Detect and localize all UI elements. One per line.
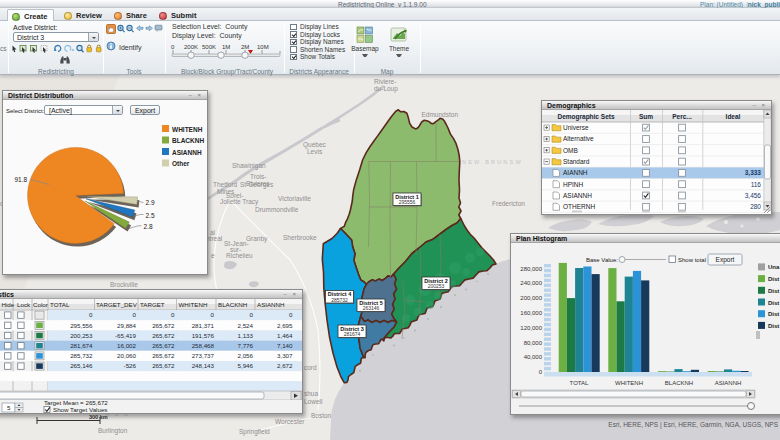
svg-text:Universe: Universe (563, 124, 589, 131)
svg-text:Show total: Show total (678, 257, 706, 263)
svg-text:ASIANNH: ASIANNH (257, 301, 285, 308)
svg-text:285732: 285732 (331, 297, 348, 303)
svg-text:2,695: 2,695 (277, 322, 293, 329)
svg-text:280,000: 280,000 (520, 266, 542, 272)
svg-text:285,732: 285,732 (70, 352, 93, 359)
svg-text:TOTAL: TOTAL (570, 380, 589, 386)
svg-text:273,737: 273,737 (192, 352, 215, 359)
svg-text:Burlington: Burlington (98, 427, 128, 435)
svg-text:263146: 263146 (363, 305, 380, 311)
svg-text:AIANNH: AIANNH (563, 169, 588, 176)
svg-text:160,000: 160,000 (520, 310, 542, 316)
svg-text:265,146: 265,146 (70, 362, 93, 369)
svg-text:cord: cord (304, 364, 317, 371)
svg-text:Sum: Sum (639, 113, 653, 120)
svg-text:-65,419: -65,419 (115, 332, 137, 339)
svg-text:0: 0 (89, 311, 93, 318)
svg-text:0: 0 (171, 44, 175, 50)
svg-text:0: 0 (171, 311, 175, 318)
svg-text:Standard: Standard (563, 158, 590, 165)
svg-text:Riviere-: Riviere- (374, 78, 396, 85)
svg-text:Hide: Hide (2, 301, 15, 308)
svg-text:Boston: Boston (311, 412, 332, 419)
svg-text:shua: shua (304, 390, 318, 397)
svg-text:0: 0 (289, 311, 293, 318)
svg-text:16,002: 16,002 (117, 342, 136, 349)
svg-text:Victoriaville: Victoriaville (278, 195, 311, 202)
svg-text:2.8: 2.8 (144, 223, 153, 230)
svg-text:1M: 1M (222, 44, 230, 50)
svg-text:80,000: 80,000 (524, 340, 543, 346)
svg-text:Alternative: Alternative (563, 135, 594, 142)
svg-text:WHITENH: WHITENH (179, 301, 208, 308)
svg-text:WHITENH: WHITENH (172, 126, 203, 133)
svg-text:BLACKNH: BLACKNH (665, 380, 693, 386)
svg-text:Perc...: Perc... (672, 113, 692, 120)
svg-text:Una: Una (768, 264, 780, 270)
svg-text:248,143: 248,143 (192, 362, 215, 369)
svg-text:ASIANNH: ASIANNH (715, 380, 742, 386)
svg-text:Dist: Dist (768, 311, 779, 317)
svg-text:ASIANNH: ASIANNH (172, 149, 202, 156)
svg-text:7,776: 7,776 (238, 342, 254, 349)
svg-text:265,672: 265,672 (152, 322, 175, 329)
svg-text:St-Georges: St-Georges (240, 181, 274, 189)
svg-text:200,253: 200,253 (70, 332, 93, 339)
svg-text:Sherbrooke: Sherbrooke (283, 234, 317, 241)
svg-text:91.8: 91.8 (15, 176, 28, 183)
svg-text:200K: 200K (184, 44, 198, 50)
svg-text:Trois-: Trois- (250, 173, 266, 180)
svg-text:Target Mean = 265,672: Target Mean = 265,672 (44, 399, 108, 406)
svg-text:258,468: 258,468 (192, 342, 215, 349)
svg-text:Other: Other (172, 160, 190, 167)
svg-text:Springfield: Springfield (239, 428, 270, 436)
svg-text:5,946: 5,946 (238, 362, 254, 369)
svg-text:20,060: 20,060 (117, 352, 136, 359)
svg-text:3,333: 3,333 (745, 169, 762, 177)
svg-text:265,672: 265,672 (152, 352, 175, 359)
svg-text:Esri, HERE, NPS | Esri, HERE,: Esri, HERE, NPS | Esri, HERE, Garmin, NG… (608, 421, 778, 429)
svg-text:Color: Color (33, 301, 48, 308)
svg-text:5: 5 (7, 404, 11, 411)
svg-text:281,371: 281,371 (192, 322, 215, 329)
svg-text:120,000: 120,000 (520, 325, 542, 331)
svg-text:BLACKNH: BLACKNH (218, 301, 247, 308)
svg-text:200,000: 200,000 (520, 295, 542, 301)
svg-text:Base Value:: Base Value: (586, 257, 618, 263)
svg-text:Dist: Dist (768, 300, 779, 306)
svg-text:Edmundston: Edmundston (422, 111, 459, 118)
svg-text:3,456: 3,456 (745, 192, 762, 199)
svg-text:ASIANNH: ASIANNH (563, 192, 592, 199)
svg-text:Levis: Levis (307, 148, 323, 155)
svg-text:Shawinigan: Shawinigan (232, 162, 266, 170)
svg-text:Worcester: Worcester (275, 418, 305, 425)
svg-text:e: e (211, 252, 215, 259)
svg-text:3,307: 3,307 (277, 352, 293, 359)
svg-text:40,000: 40,000 (524, 354, 543, 360)
svg-text:2.5: 2.5 (146, 212, 155, 219)
svg-text:295,556: 295,556 (70, 322, 93, 329)
svg-text:Joliette Tracy: Joliette Tracy (220, 198, 259, 206)
svg-text:500K: 500K (202, 44, 216, 50)
svg-text:0: 0 (250, 311, 254, 318)
svg-text:TARGET_DEV: TARGET_DEV (96, 301, 138, 308)
svg-text:281674: 281674 (344, 331, 361, 337)
svg-text:Dist: Dist (768, 276, 779, 282)
svg-text:Show Target Values: Show Target Values (53, 406, 107, 413)
svg-text:NEW BRUNSW: NEW BRUNSW (462, 159, 523, 165)
svg-text:Thetford: Thetford (213, 181, 238, 188)
svg-text:1,133: 1,133 (238, 332, 254, 339)
svg-text:0: 0 (211, 311, 215, 318)
svg-text:240,000: 240,000 (520, 280, 542, 286)
svg-text:10M: 10M (257, 44, 269, 50)
svg-text:281,674: 281,674 (70, 342, 93, 349)
svg-text:Demographic Sets: Demographic Sets (557, 113, 614, 121)
svg-text:1,464: 1,464 (277, 332, 293, 339)
svg-text:WHITENH: WHITENH (615, 380, 643, 386)
svg-text:0: 0 (133, 311, 137, 318)
svg-text:265,672: 265,672 (152, 362, 175, 369)
svg-text:Lock: Lock (17, 301, 31, 308)
svg-text:2,056: 2,056 (238, 352, 254, 359)
svg-text:265,672: 265,672 (152, 342, 175, 349)
svg-text:191,576: 191,576 (192, 332, 215, 339)
